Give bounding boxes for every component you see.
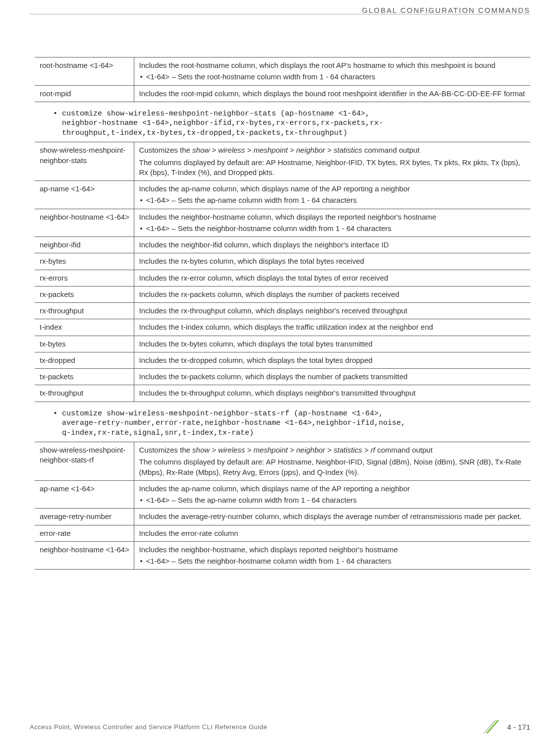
table-row: neighbor-ifid Includes the neighbor-ifid…: [35, 237, 530, 253]
desc-bullet: <1-64> – Sets the root-hostname column w…: [139, 72, 527, 82]
param-name: tx-dropped: [35, 352, 134, 368]
param-name: neighbor-hostname <1-64>: [35, 209, 134, 237]
table-row: tx-bytes Includes the tx-bytes column, w…: [35, 336, 530, 352]
param-desc: Includes the rx-bytes column, which disp…: [134, 253, 530, 270]
desc-bullet: <1-64> – Sets the ap-name column width f…: [139, 195, 527, 205]
param-desc: Includes the rx-throughput column, which…: [134, 303, 530, 319]
param-desc: Customizes the show > wireless > meshpoi…: [134, 442, 530, 481]
page-number-badge: 4 - 171: [483, 717, 530, 736]
table-row: show-wireless-meshpoint-neighbor-stats C…: [35, 142, 530, 181]
desc-text: Customizes the show > wireless > meshpoi…: [139, 145, 527, 155]
param-desc: Customizes the show > wireless > meshpoi…: [134, 142, 530, 181]
param-name: error-rate: [35, 525, 134, 541]
code-customize-neighbor-stats-rf: • customize show-wireless-meshpoint-neig…: [35, 407, 530, 442]
param-name: average-retry-number: [35, 509, 134, 525]
page-footer: Access Point, Wireless Controller and Se…: [0, 717, 560, 736]
desc-bullet: <1-64> – Sets the ap-name column width f…: [139, 495, 527, 505]
param-name: rx-bytes: [35, 253, 134, 270]
desc-text: Includes the neighbor-hostname, which di…: [139, 545, 527, 555]
param-desc: Includes the root-mpid column, which dis…: [134, 85, 530, 102]
param-desc: Includes the t-index column, which displ…: [134, 319, 530, 336]
param-name: neighbor-hostname <1-64>: [35, 541, 134, 570]
param-desc: Includes the root-hostname column, which…: [134, 58, 530, 86]
table-row: average-retry-number Includes the averag…: [35, 509, 530, 525]
param-desc: Includes the tx-bytes column, which disp…: [134, 336, 530, 352]
page-header-title: GLOBAL CONFIGURATION COMMANDS: [362, 6, 530, 14]
param-name: ap-name <1-64>: [35, 181, 134, 209]
footer-doc-title: Access Point, Wireless Controller and Se…: [30, 723, 267, 731]
param-name: show-wireless-meshpoint-neighbor-stats-r…: [35, 442, 134, 481]
svg-line-0: [487, 720, 499, 734]
param-name: tx-packets: [35, 369, 134, 385]
param-name: t-index: [35, 319, 134, 336]
table-row: neighbor-hostname <1-64> Includes the ne…: [35, 541, 530, 570]
table-row: rx-packets Includes the rx-packets colum…: [35, 286, 530, 302]
param-desc: Includes the tx-dropped column, which di…: [134, 352, 530, 368]
desc-text-2: The columns displayed by default are: AP…: [139, 158, 527, 178]
param-desc: Includes the rx-packets column, which di…: [134, 286, 530, 302]
table-row: rx-bytes Includes the rx-bytes column, w…: [35, 253, 530, 270]
table-row: rx-throughput Includes the rx-throughput…: [35, 303, 530, 319]
code-text: • customize show-wireless-meshpoint-neig…: [53, 409, 405, 437]
desc-text: Includes the ap-name column, which displ…: [139, 484, 527, 494]
desc-text: Customizes the show > wireless > meshpoi…: [139, 445, 527, 455]
code-customize-neighbor-stats: • customize show-wireless-meshpoint-neig…: [35, 107, 530, 142]
param-name: tx-bytes: [35, 336, 134, 352]
table-row: neighbor-hostname <1-64> Includes the ne…: [35, 209, 530, 237]
param-name: root-mpid: [35, 85, 134, 102]
table-row: root-mpid Includes the root-mpid column,…: [35, 85, 530, 102]
param-name: tx-throughput: [35, 385, 134, 402]
param-desc: Includes the ap-name column, which displ…: [134, 480, 530, 509]
page-slash-icon: [483, 717, 502, 736]
desc-text: Includes the ap-name column, which displ…: [139, 184, 527, 194]
param-desc: Includes the rx-error column, which disp…: [134, 270, 530, 286]
param-name: show-wireless-meshpoint-neighbor-stats: [35, 142, 134, 181]
table-neighbor-stats: show-wireless-meshpoint-neighbor-stats C…: [35, 142, 530, 402]
desc-text: Includes the root-hostname column, which…: [139, 60, 527, 70]
param-name: rx-throughput: [35, 303, 134, 319]
table-row: tx-throughput Includes the tx-throughput…: [35, 385, 530, 402]
svg-line-1: [484, 720, 496, 734]
desc-text: Includes the neighbor-hostname column, w…: [139, 212, 527, 222]
table-row: t-index Includes the t-index column, whi…: [35, 319, 530, 336]
header-rule: [30, 14, 530, 14]
table-neighbor-stats-rf: show-wireless-meshpoint-neighbor-stats-r…: [35, 442, 530, 570]
param-desc: Includes the average-retry-number column…: [134, 509, 530, 525]
desc-bullet: <1-64> – Sets the neighbor-hostname colu…: [139, 556, 527, 566]
table-root-params: root-hostname <1-64> Includes the root-h…: [35, 57, 530, 102]
param-name: root-hostname <1-64>: [35, 58, 134, 86]
param-name: rx-packets: [35, 286, 134, 302]
param-desc: Includes the error-rate column: [134, 525, 530, 541]
param-desc: Includes the tx-throughput column, which…: [134, 385, 530, 402]
param-desc: Includes the neighbor-hostname, which di…: [134, 541, 530, 570]
param-name: ap-name <1-64>: [35, 480, 134, 509]
table-row: show-wireless-meshpoint-neighbor-stats-r…: [35, 442, 530, 481]
table-row: tx-packets Includes the tx-packets colum…: [35, 369, 530, 385]
page-number: 4 - 171: [507, 723, 530, 731]
table-row: ap-name <1-64> Includes the ap-name colu…: [35, 480, 530, 509]
param-desc: Includes the ap-name column, which displ…: [134, 181, 530, 209]
param-desc: Includes the tx-packets column, which di…: [134, 369, 530, 385]
table-row: rx-errors Includes the rx-error column, …: [35, 270, 530, 286]
desc-text-2: The columns displayed by default are: AP…: [139, 457, 527, 477]
table-row: tx-dropped Includes the tx-dropped colum…: [35, 352, 530, 368]
code-text: • customize show-wireless-meshpoint-neig…: [53, 110, 383, 137]
table-row: error-rate Includes the error-rate colum…: [35, 525, 530, 541]
param-name: rx-errors: [35, 270, 134, 286]
table-row: root-hostname <1-64> Includes the root-h…: [35, 58, 530, 86]
param-desc: Includes the neighbor-ifid column, which…: [134, 237, 530, 253]
desc-bullet: <1-64> – Sets the neighbor-hostname colu…: [139, 224, 527, 233]
param-name: neighbor-ifid: [35, 237, 134, 253]
table-row: ap-name <1-64> Includes the ap-name colu…: [35, 181, 530, 209]
param-desc: Includes the neighbor-hostname column, w…: [134, 209, 530, 237]
